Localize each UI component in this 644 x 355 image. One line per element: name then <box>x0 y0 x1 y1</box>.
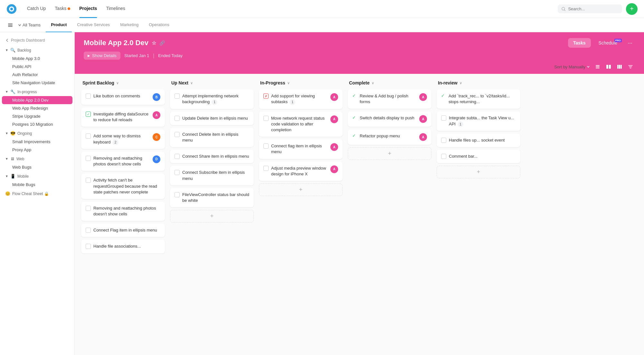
card-switch-details[interactable]: ✓ Switch details display to push A <box>348 111 431 127</box>
tab-product[interactable]: Product <box>46 18 72 32</box>
card-refactor-popup[interactable]: ✓ Refactor popup menu A <box>348 129 431 145</box>
card-checkbox[interactable] <box>263 94 269 99</box>
sidebar-section-backlog: ▼ 🔍 Backlog Mobile App 3.0 Public API Au… <box>0 46 74 87</box>
card-adjust-media[interactable]: Adjust media preview window design for i… <box>259 162 343 181</box>
sidebar-section-header-inprogress[interactable]: ▼ 🔧 In-progress <box>0 87 74 96</box>
card-connect-flag[interactable]: Connect Flag item in ellipsis menu <box>81 223 165 237</box>
sidebar-item-site-nav[interactable]: Site Navigation Update <box>2 79 72 87</box>
card-network-backgrounding[interactable]: Attempt implementing network backgroundi… <box>170 89 254 109</box>
card-integrate-subta[interactable]: Integrate subta... the Task View u... AP… <box>437 111 520 131</box>
card-checkbox[interactable] <box>175 116 180 121</box>
nav-catchup[interactable]: Catch Up <box>27 6 46 12</box>
card-connect-subscribe[interactable]: Connect Subscribe item in ellipsis menu <box>170 166 254 185</box>
card-checkbox[interactable] <box>441 115 446 121</box>
schedule-button[interactable]: Schedule PRO <box>593 38 622 48</box>
tab-operations[interactable]: Operations <box>144 18 175 32</box>
card-checkbox[interactable] <box>86 112 91 117</box>
card-network-request[interactable]: Move network request status code validat… <box>259 112 343 137</box>
board-view-button[interactable] <box>604 62 613 71</box>
card-checkbox[interactable] <box>175 132 180 137</box>
sidebar-item-mobile-app-2[interactable]: Mobile App 2.0 Dev <box>2 96 72 104</box>
team-selector[interactable]: All Teams <box>18 23 41 27</box>
columns-view-button[interactable] <box>615 62 624 71</box>
card-removing-photos-1[interactable]: Removing and reattaching photos doesn't … <box>81 152 165 171</box>
tasks-button[interactable]: Tasks <box>568 38 591 48</box>
card-checkbox[interactable] <box>86 228 91 233</box>
sidebar-item-webapp-redesign[interactable]: Web App Redesign <box>2 104 72 112</box>
add-button[interactable]: + <box>626 3 638 15</box>
sidebar-item-stripe[interactable]: Stripe Upgrade <box>2 112 72 120</box>
project-header-actions: Tasks Schedule PRO ··· <box>568 38 635 48</box>
card-investigate-diffing[interactable]: Investigate diffing dataSource to reduce… <box>81 107 165 127</box>
card-checkbox[interactable] <box>86 178 91 183</box>
add-card-button[interactable]: + <box>348 147 431 160</box>
sidebar-toggle[interactable] <box>5 20 15 30</box>
sidebar-item-public-api[interactable]: Public API <box>2 63 72 71</box>
filter-button[interactable] <box>626 62 635 71</box>
sidebar-section-header-mobile[interactable]: ▼ 📱 Mobile <box>0 172 74 181</box>
sidebar-back[interactable]: Projects Dashboard <box>0 36 74 44</box>
card-checkbox[interactable] <box>175 192 180 197</box>
card-track-rec[interactable]: ✓ Add `track_rec... to `v2/tasks/id... s… <box>437 89 520 109</box>
nav-projects[interactable]: Projects <box>79 6 97 12</box>
card-fileviewcontroller[interactable]: FileViewController status bar should be … <box>170 188 254 207</box>
sort-control[interactable]: Sort by Manually <box>554 64 590 69</box>
card-checkbox[interactable] <box>86 206 91 211</box>
card-badge: 1 <box>458 122 463 127</box>
sidebar-item-proxy-app[interactable]: Proxy App <box>2 146 72 154</box>
add-card-button[interactable]: + <box>437 166 520 178</box>
card-checkbox[interactable] <box>441 138 446 143</box>
sidebar-item-web-bugs[interactable]: Web Bugs <box>2 163 72 171</box>
card-review-add[interactable]: ✓ Review & Add bug / polish forms A <box>348 89 431 109</box>
more-options-button[interactable]: ··· <box>625 38 635 48</box>
card-comment-bar[interactable]: Comment bar... <box>437 150 520 163</box>
search-input[interactable] <box>568 6 618 11</box>
card-handle-file[interactable]: Handle file associations... <box>81 240 165 253</box>
sidebar-section-header-ongoing[interactable]: ▼ 😎 Ongoing <box>0 129 74 138</box>
column-header-complete: Complete ∨ <box>348 80 431 85</box>
nav-timelines[interactable]: Timelines <box>106 6 125 12</box>
tab-marketing[interactable]: Marketing <box>115 18 144 32</box>
card-checkbox[interactable] <box>86 133 91 139</box>
card-checkbox[interactable] <box>175 154 180 159</box>
card-checkbox[interactable] <box>175 94 180 99</box>
card-activity-fetch[interactable]: Activity fetch can't be requestGrouped b… <box>81 173 165 199</box>
show-details-button[interactable]: ▶ Show Details <box>84 52 120 60</box>
card-viewing-subtasks[interactable]: Add support for viewing subtasks1 A <box>259 89 343 109</box>
card-connect-delete[interactable]: Connect Delete item in ellipsis menu <box>170 128 254 147</box>
card-checkbox[interactable] <box>86 244 91 249</box>
card-connect-flag-menu[interactable]: Connect flag item in ellipsis menu A <box>259 139 343 159</box>
sidebar-item-postgres[interactable]: Postgres 10 Migration <box>2 120 72 128</box>
add-card-button[interactable]: + <box>170 210 254 222</box>
card-dismiss-keyboard[interactable]: Add some way to dismiss keyboard2 C <box>81 129 165 149</box>
sidebar-section-header-flow[interactable]: 😊 Flow Cheat Sheet 🔒 <box>0 189 74 198</box>
sidebar-item-mobile-app-30[interactable]: Mobile App 3.0 <box>2 54 72 63</box>
card-checkbox[interactable] <box>86 94 91 99</box>
tab-creative[interactable]: Creative Services <box>72 18 115 32</box>
sidebar-item-auth-refactor[interactable]: Auth Refactor <box>2 71 72 79</box>
nav-tasks[interactable]: Tasks <box>55 6 70 12</box>
card-update-delete[interactable]: Update Delete item in ellipsis menu <box>170 112 254 125</box>
app-logo[interactable] <box>6 4 17 14</box>
star-icon[interactable]: ☆ <box>152 40 156 46</box>
sidebar-section-header-web[interactable]: ▼ 🖥 Web <box>0 154 74 163</box>
link-icon[interactable]: 🔗 <box>159 40 165 45</box>
card-like-button[interactable]: Like button on comments B <box>81 89 165 105</box>
card-connect-share[interactable]: Connect Share item in ellipsis menu <box>170 150 254 163</box>
sidebar-item-small-improvements[interactable]: Small Improvements <box>2 138 72 146</box>
sidebar-item-mobile-bugs[interactable]: Mobile Bugs <box>2 181 72 189</box>
card-checkbox[interactable] <box>441 154 446 159</box>
list-view-button[interactable] <box>593 62 602 71</box>
top-nav-right: + <box>558 3 638 15</box>
card-handle-files[interactable]: Handle files up... socket event <box>437 133 520 147</box>
card-checkbox[interactable] <box>263 116 269 121</box>
sidebar-section-header-backlog[interactable]: ▼ 🔍 Backlog <box>0 46 74 54</box>
search-bar[interactable] <box>558 5 622 13</box>
card-checkbox[interactable] <box>263 143 269 149</box>
card-checkbox[interactable] <box>86 156 91 161</box>
card-removing-photos-2[interactable]: Removing and reattaching photos doesn't … <box>81 202 165 221</box>
card-checkbox[interactable] <box>263 166 269 171</box>
card-checkbox[interactable] <box>175 170 180 175</box>
add-card-button[interactable]: + <box>259 183 343 196</box>
avatar: A <box>419 93 427 101</box>
